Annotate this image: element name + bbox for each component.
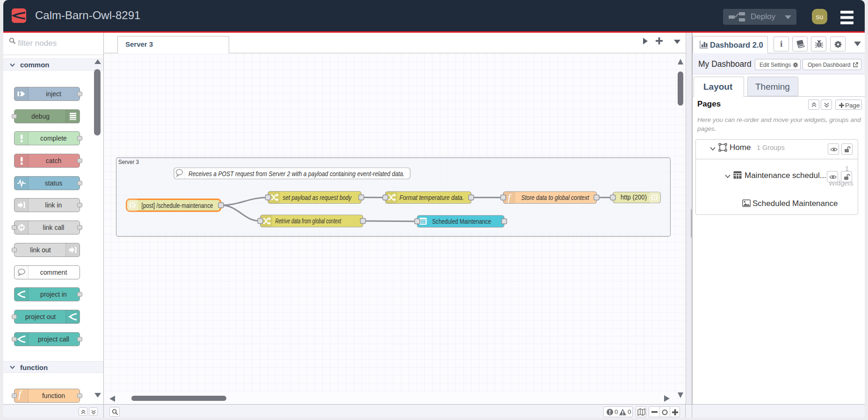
svg-text:[post] /schedule-maintenance: [post] /schedule-maintenance — [142, 201, 213, 209]
svg-text:Store data to global context: Store data to global context — [521, 193, 590, 201]
svg-text:Scheduled Maintenance: Scheduled Maintenance — [432, 217, 491, 225]
svg-text:set payload as request body: set payload as request body — [283, 193, 352, 201]
svg-text:Server 3: Server 3 — [118, 158, 139, 165]
svg-text:http (200): http (200) — [621, 193, 647, 201]
svg-text:Receives a POST request from S: Receives a POST request from Server 2 wi… — [188, 170, 405, 178]
svg-text:Retrive data from global conte: Retrive data from global context — [275, 217, 342, 225]
svg-text:Format temperature data.: Format temperature data. — [399, 193, 464, 201]
